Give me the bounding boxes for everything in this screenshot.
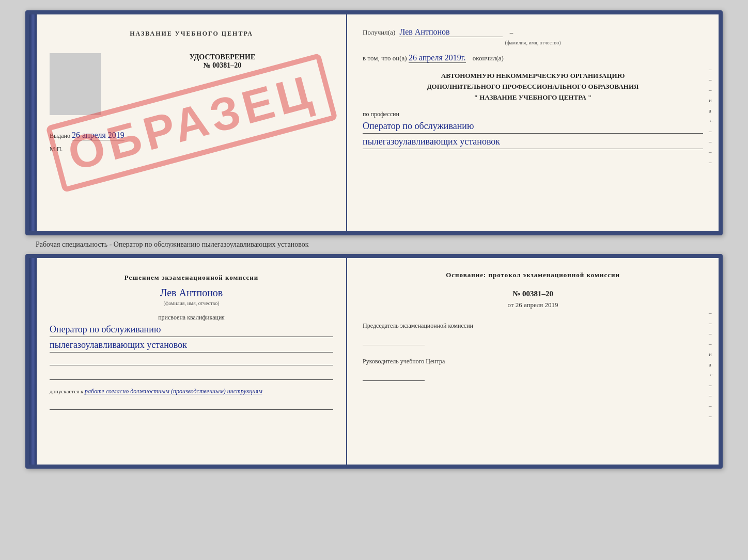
received-line: Получил(а) Лев Антпонов – (363, 27, 703, 37)
qualification-line1: Оператор по обслуживанию (50, 324, 333, 337)
qualification-label: присвоена квалификация (50, 314, 333, 322)
photo-area (50, 53, 101, 115)
org-line3: " НАЗВАНИЕ УЧЕБНОГО ЦЕНТРА " (363, 92, 703, 103)
protocol-date: от 26 апреля 2019 (363, 301, 703, 309)
cert-content-block: УДОСТОВЕРЕНИЕ № 00381–20 (50, 53, 333, 120)
qualification-line2: пылегазоулавливающих установок (50, 340, 333, 353)
fio-caption: (фамилия, имя, отчество) (363, 40, 703, 45)
book-spine-bottom (29, 258, 37, 465)
bottom-document: Решением экзаменационной комиссии Лев Ан… (25, 254, 723, 469)
side-marks-top: – – – и а ← – – – – (709, 66, 714, 165)
school-name-title: НАЗВАНИЕ УЧЕБНОГО ЦЕНТРА (50, 30, 333, 38)
commission-decision-label: Решением экзаменационной комиссии (50, 274, 333, 282)
org-line2: ДОПОЛНИТЕЛЬНОГО ПРОФЕССИОНАЛЬНОГО ОБРАЗО… (363, 82, 703, 92)
bottom-left-page: Решением экзаменационной комиссии Лев Ан… (37, 258, 347, 465)
mp-label: М.П. (50, 146, 333, 153)
bottom-fio-value: Лев Антпонов (50, 287, 333, 299)
issued-label: Выдано (50, 132, 70, 139)
completed-date: 26 апреля 2019г. (409, 53, 466, 63)
protocol-date-value: 26 апреля 2019 (516, 301, 558, 309)
specialty-label: Рабочая специальность - Оператор по обсл… (36, 241, 309, 248)
allowed-prefix: допускается к (50, 388, 83, 394)
protocol-number: № 00381–20 (363, 290, 703, 298)
profession-label: по профессии (363, 110, 703, 118)
completed-suffix: окончил(а) (473, 54, 504, 62)
completed-line: в том, что он(а) 26 апреля 2019г. окончи… (363, 53, 703, 63)
blank-line-1 (50, 355, 333, 365)
profession-line2: пылегазоулавливающих установок (363, 136, 703, 149)
between-label: Рабочая специальность - Оператор по обсл… (25, 235, 723, 254)
blank-line-3 (50, 399, 333, 410)
top-left-page: НАЗВАНИЕ УЧЕБНОГО ЦЕНТРА УДОСТОВЕРЕНИЕ №… (37, 14, 347, 231)
top-document: НАЗВАНИЕ УЧЕБНОГО ЦЕНТРА УДОСТОВЕРЕНИЕ №… (25, 10, 723, 235)
chairman-signature-line (363, 335, 425, 345)
org-line1: АВТОНОМНУЮ НЕКОММЕРЧЕСКУЮ ОРГАНИЗАЦИЮ (363, 71, 703, 82)
org-block: АВТОНОМНУЮ НЕКОММЕРЧЕСКУЮ ОРГАНИЗАЦИЮ ДО… (363, 71, 703, 103)
completed-prefix: в том, что он(а) (363, 54, 407, 62)
blank-line-2 (50, 370, 333, 380)
bottom-right-page: Основание: протокол экзаменационной коми… (347, 258, 719, 465)
chairman-block: Председатель экзаменационной комиссии (363, 322, 703, 347)
issued-date: 26 апреля 2019 (72, 131, 124, 140)
top-right-page: Получил(а) Лев Антпонов – (фамилия, имя,… (347, 14, 719, 231)
issued-block: Выдано 26 апреля 2019 (50, 131, 333, 140)
fio-value: Лев Антпонов (399, 27, 503, 37)
bottom-fio-caption: (фамилия, имя, отчество) (50, 300, 333, 306)
book-spine (29, 14, 37, 231)
profession-line1: Оператор по обслуживанию (363, 121, 703, 134)
received-label: Получил(а) (363, 28, 395, 36)
director-block: Руководитель учебного Центра (363, 358, 703, 383)
allowed-text-value: работе согласно должностным (производств… (85, 388, 262, 395)
director-signature-line (363, 371, 425, 381)
director-label: Руководитель учебного Центра (363, 358, 703, 365)
allowed-block: допускается к работе согласно должностны… (50, 388, 333, 395)
chairman-label: Председатель экзаменационной комиссии (363, 322, 703, 330)
basis-label: Основание: протокол экзаменационной коми… (363, 271, 703, 279)
protocol-date-prefix: от (508, 301, 514, 309)
side-marks-bottom: – – – – и а ← – – – – (709, 310, 714, 419)
